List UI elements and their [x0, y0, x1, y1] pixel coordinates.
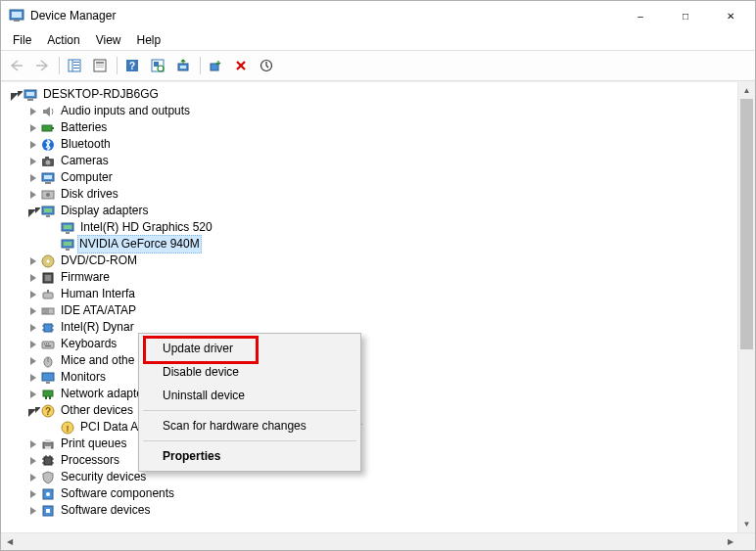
svg-rect-25 — [52, 127, 54, 129]
battery-icon — [40, 120, 56, 136]
back-button[interactable] — [5, 54, 28, 77]
scan-hardware-toolbar-button[interactable] — [146, 54, 169, 77]
tree-device-pci[interactable]: ! PCI Data Acquisition and Signal Proces… — [5, 419, 737, 436]
expand-icon[interactable] — [26, 487, 40, 501]
expand-icon[interactable] — [26, 121, 40, 135]
tree-category-hid[interactable]: Human Interfa — [5, 286, 737, 302]
tree-category-network[interactable]: Network adapters — [5, 386, 737, 402]
tree-root[interactable]: DESKTOP-RDJB6GG — [5, 86, 737, 103]
ctx-uninstall-device[interactable]: Uninstall device — [141, 384, 358, 407]
expand-icon[interactable] — [26, 155, 40, 168]
svg-rect-23 — [27, 99, 33, 101]
tree-category-other[interactable]: ? Other devices — [5, 402, 737, 419]
expand-icon[interactable] — [26, 338, 40, 351]
tree-category-computer[interactable]: Computer — [5, 169, 737, 186]
tree-category-software-devices[interactable]: Software devices — [5, 502, 737, 519]
expand-icon[interactable] — [26, 138, 40, 152]
tree-category-print[interactable]: Print queues — [5, 436, 737, 452]
expand-icon[interactable] — [26, 205, 40, 218]
tree-category-security[interactable]: Security devices — [5, 469, 737, 485]
menu-help[interactable]: Help — [129, 31, 169, 49]
menu-view[interactable]: View — [88, 31, 129, 49]
horizontal-scrollbar[interactable]: ◀ ▶ — [1, 532, 755, 550]
expand-icon[interactable] — [26, 105, 40, 118]
tree-category-processors[interactable]: Processors — [5, 452, 737, 469]
tree-category-software-components[interactable]: Software components — [5, 485, 737, 502]
tree-category-batteries[interactable]: Batteries — [5, 119, 737, 136]
tree-category-ide[interactable]: IDE ATA/ATAP — [5, 302, 737, 319]
scroll-left-icon[interactable]: ◀ — [1, 533, 18, 550]
content-area: DESKTOP-RDJB6GG Audio inputs and outputs… — [1, 81, 755, 550]
ctx-disable-device[interactable]: Disable device — [141, 360, 358, 384]
tree-label: Monitors — [60, 369, 107, 386]
menu-action[interactable]: Action — [39, 31, 87, 49]
tree-category-firmware[interactable]: Firmware — [5, 269, 737, 286]
properties-toolbar-button[interactable] — [88, 54, 112, 77]
update-driver-toolbar-button[interactable] — [171, 54, 195, 77]
scroll-up-icon[interactable]: ▲ — [738, 82, 755, 99]
expand-icon[interactable] — [26, 471, 40, 484]
tree-label: Intel(R) Dynar — [60, 319, 135, 336]
network-icon — [40, 387, 56, 402]
svg-rect-32 — [45, 182, 51, 184]
expand-icon[interactable] — [26, 171, 40, 185]
svg-rect-59 — [42, 342, 54, 348]
expand-icon[interactable] — [9, 88, 23, 102]
expand-icon[interactable] — [26, 354, 40, 368]
scroll-thumb[interactable] — [740, 99, 753, 349]
svg-point-16 — [158, 66, 164, 71]
tree-category-bluetooth[interactable]: Bluetooth — [5, 136, 737, 153]
tree-label: Print queues — [60, 436, 127, 452]
menu-file[interactable]: File — [5, 31, 39, 49]
tree-category-keyboards[interactable]: Keyboards — [5, 336, 737, 352]
scroll-down-icon[interactable]: ▼ — [738, 516, 755, 532]
tree-device-nvidia[interactable]: NVIDIA GeForce 940M — [5, 236, 737, 253]
device-tree[interactable]: DESKTOP-RDJB6GG Audio inputs and outputs… — [1, 82, 737, 532]
expand-icon[interactable] — [26, 321, 40, 335]
uninstall-device-toolbar-button[interactable] — [229, 54, 253, 77]
tree-device-intel-hd[interactable]: Intel(R) HD Graphics 520 — [5, 219, 737, 236]
minimize-button[interactable]: – — [618, 1, 663, 30]
expand-icon[interactable] — [26, 404, 40, 418]
expand-icon[interactable] — [26, 504, 40, 518]
tree-category-intel-dynamic[interactable]: Intel(R) Dynar — [5, 319, 737, 336]
svg-rect-68 — [43, 390, 53, 396]
ctx-scan-hardware[interactable]: Scan for hardware changes — [141, 414, 358, 437]
expand-icon[interactable] — [26, 437, 40, 451]
tree-category-disk[interactable]: Disk drives — [5, 186, 737, 203]
tree-category-dvd[interactable]: DVD/CD-ROM — [5, 253, 737, 269]
svg-rect-66 — [42, 373, 54, 381]
tree-category-display[interactable]: Display adapters — [5, 203, 737, 219]
help-button[interactable]: ? — [120, 54, 144, 77]
show-hide-tree-button[interactable] — [63, 54, 86, 77]
tree-category-monitors[interactable]: Monitors — [5, 369, 737, 386]
software-icon — [40, 503, 56, 519]
scroll-track[interactable] — [738, 99, 755, 516]
scroll-corner — [738, 533, 755, 550]
expand-icon[interactable] — [26, 371, 40, 385]
maximize-button[interactable]: □ — [663, 1, 708, 30]
toolbar: ? — [1, 50, 755, 81]
close-button[interactable]: ✕ — [708, 1, 753, 30]
scan-changes-toolbar-button[interactable] — [255, 54, 278, 77]
scroll-track[interactable] — [18, 533, 722, 550]
disable-device-toolbar-button[interactable] — [204, 54, 227, 77]
expand-icon[interactable] — [26, 188, 40, 202]
ctx-properties[interactable]: Properties — [141, 444, 358, 468]
expand-icon[interactable] — [26, 388, 40, 401]
tree-category-audio[interactable]: Audio inputs and outputs — [5, 103, 737, 119]
tree-category-mice[interactable]: Mice and othe — [5, 352, 737, 369]
other-icon: ? — [40, 403, 56, 419]
scroll-right-icon[interactable]: ▶ — [722, 533, 738, 550]
expand-icon[interactable] — [26, 271, 40, 285]
ctx-update-driver[interactable]: Update driver — [141, 337, 358, 360]
expand-icon[interactable] — [26, 288, 40, 301]
expand-icon[interactable] — [26, 304, 40, 318]
tree-category-cameras[interactable]: Cameras — [5, 153, 737, 169]
expand-icon[interactable] — [26, 454, 40, 468]
vertical-scrollbar[interactable]: ▲ ▼ — [737, 82, 755, 532]
forward-button[interactable] — [30, 54, 54, 77]
spacer — [46, 221, 60, 235]
svg-rect-9 — [96, 62, 104, 64]
expand-icon[interactable] — [26, 254, 40, 268]
